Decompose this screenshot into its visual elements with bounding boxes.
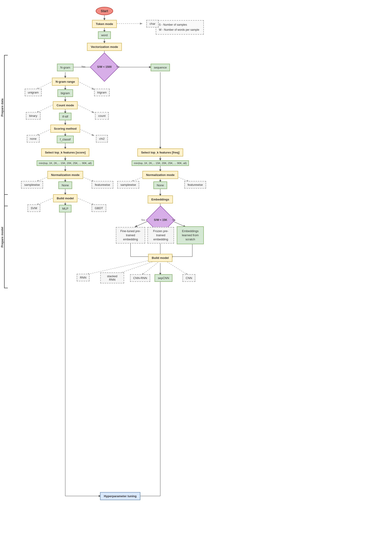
count-mode-label: Count mode <box>53 101 78 109</box>
topk-values-freq-label: min(top, 1K, 2K,... 15K, 20K, 25K, ... 9… <box>132 160 189 166</box>
topk-values-freq-node: min(top, 1K, 2K,... 15K, 20K, 25K, ... 9… <box>115 160 206 166</box>
build-model-left-label: Build model <box>53 194 77 202</box>
no-label-1: No <box>116 65 119 68</box>
samplewise-left-node: samplewise <box>21 182 43 188</box>
sw-diamond-label: S/W < 1500 <box>97 65 112 69</box>
none-right-label: None <box>154 181 167 189</box>
word-label: word <box>98 31 111 39</box>
norm-mode-left-node: Normalization mode <box>47 171 84 178</box>
bigram-label: bigram <box>57 89 73 97</box>
select-topk-score-node: Select top_k features [score] <box>39 149 91 156</box>
start-label: Start <box>96 7 113 15</box>
tfidf-node: tf-idf <box>54 113 77 119</box>
rnn-label: RNN <box>77 274 90 281</box>
unigram-node: unigram <box>23 89 43 95</box>
topk-values-score-label: min(top, 1K, 2K,... 15K, 20K, 25K, ... 9… <box>37 160 94 166</box>
build-model-left-node: Build model <box>48 195 82 202</box>
bigram-node: bigram <box>54 90 77 96</box>
legend-line2: W - Number of words per sample <box>159 28 201 33</box>
trigram-label: trigram <box>94 89 110 96</box>
yes-label-2: Yes <box>141 219 145 221</box>
fine-tuned-label: Fine-tuned pre-trained embedding <box>116 227 145 244</box>
embeddings-label: Embeddings <box>148 195 173 204</box>
token-mode-label: Token mode <box>92 20 117 28</box>
prepare-data-label: Prepare data <box>0 99 4 117</box>
scoring-method-label: Scoring method <box>50 125 80 133</box>
trigram-node: trigram <box>91 89 112 95</box>
sepcnn-node: sepCNN <box>153 275 175 281</box>
none-left-node: None <box>54 182 77 188</box>
prepare-model-brace <box>4 194 8 288</box>
featurewise-left-label: featurewise <box>91 181 113 189</box>
char-node: char <box>141 21 163 27</box>
stacked-rnn-node: stacked RNN <box>100 275 124 281</box>
token-mode-node: Token mode <box>89 20 119 28</box>
unigram-label: unigram <box>25 89 42 96</box>
sepcnn-label: sepCNN <box>154 274 172 282</box>
f-classif-label: f_classif <box>57 136 74 143</box>
norm-mode-right-label: Normalization mode <box>142 171 178 179</box>
binary-node: binary <box>23 113 43 119</box>
samplewise-right-label: samplewise <box>117 181 139 189</box>
sequence-node: sequence <box>149 64 172 71</box>
sw-diamond-node: S/W < 1500 <box>94 57 115 78</box>
select-topk-freq-node: Select top_k features [freq] <box>134 149 186 156</box>
featurewise-left-node: featurewise <box>91 182 114 188</box>
topk-values-score-node: min(top, 1K, 2K,... 15K, 20K, 25K, ... 9… <box>16 160 115 166</box>
norm-mode-left-label: Normalization mode <box>47 171 83 179</box>
mlp-label: MLP <box>59 205 72 212</box>
build-model-right-label: Build model <box>148 254 172 262</box>
chi2-label: chi2 <box>96 135 108 142</box>
select-topk-freq-label: Select top_k features [freq] <box>137 148 183 156</box>
no-label-2: No <box>172 219 175 221</box>
vectorization-mode-node: Vectorization mode <box>84 43 125 50</box>
gbdt-node: GBDT <box>90 205 108 211</box>
stacked-rnn-label: stacked RNN <box>100 272 124 283</box>
hyperparameter-tuning-label: Hyperparameter tuning <box>100 492 140 500</box>
svm-node: SVM <box>25 205 43 211</box>
samplewise-right-node: samplewise <box>117 182 140 188</box>
gbdt-label: GBDT <box>91 204 106 212</box>
cnn-label: CNN <box>182 274 195 282</box>
frozen-node: Frozen pre-trained embedding <box>147 226 174 244</box>
cnn-rnn-node: CNN-RNN <box>129 275 151 281</box>
chi2-node: chi2 <box>91 136 112 141</box>
sequence-label: sequence <box>151 64 170 71</box>
count-label: count <box>95 112 109 120</box>
start-node: Start <box>91 7 117 15</box>
tfidf-label: tf-idf <box>59 113 71 120</box>
hyperparameter-tuning-node: Hyperparameter tuning <box>96 492 144 500</box>
vectorization-mode-label: Vectorization mode <box>87 43 122 51</box>
ngram-range-node: N-gram range <box>50 78 81 85</box>
cnn-rnn-label: CNN-RNN <box>130 274 150 282</box>
mlp-node: MLP <box>55 205 76 212</box>
word-node: word <box>93 32 115 38</box>
frozen-label: Frozen pre-trained embedding <box>147 227 174 244</box>
none-label: none <box>27 135 40 142</box>
char-label: char <box>146 20 158 28</box>
featurewise-right-node: featurewise <box>183 182 207 188</box>
select-topk-score-label: Select top_k features [score] <box>41 148 89 156</box>
cnn-node: CNN <box>179 275 199 281</box>
svg-line-49 <box>142 262 158 275</box>
ngram-node: N-gram <box>54 64 77 71</box>
yes-label-1: Yes <box>81 65 85 68</box>
f-classif-node: f_classif <box>54 136 77 142</box>
legend-line1: S - Number of samples <box>159 22 201 28</box>
none-left-label: None <box>58 181 72 189</box>
featurewise-right-label: featurewise <box>184 181 206 189</box>
build-model-right-node: Build model <box>147 254 174 261</box>
svm-label: SVM <box>28 204 40 212</box>
count-node: count <box>91 113 112 119</box>
learned-scratch-label: Embeddings learned from scratch <box>177 226 204 244</box>
ngram-range-label: N-gram range <box>52 78 79 86</box>
prepare-model-label: Prepare model <box>0 227 4 247</box>
ngram-label: N-gram <box>57 64 73 71</box>
sw-diamond2-label: S/W < 15K <box>154 218 167 222</box>
norm-mode-right-node: Normalization mode <box>141 171 180 178</box>
none-node: none <box>23 136 43 141</box>
svg-line-51 <box>167 262 188 275</box>
learned-scratch-node: Embeddings learned from scratch <box>177 226 204 244</box>
scoring-method-node: Scoring method <box>48 125 82 132</box>
none-right-node: None <box>149 182 172 188</box>
